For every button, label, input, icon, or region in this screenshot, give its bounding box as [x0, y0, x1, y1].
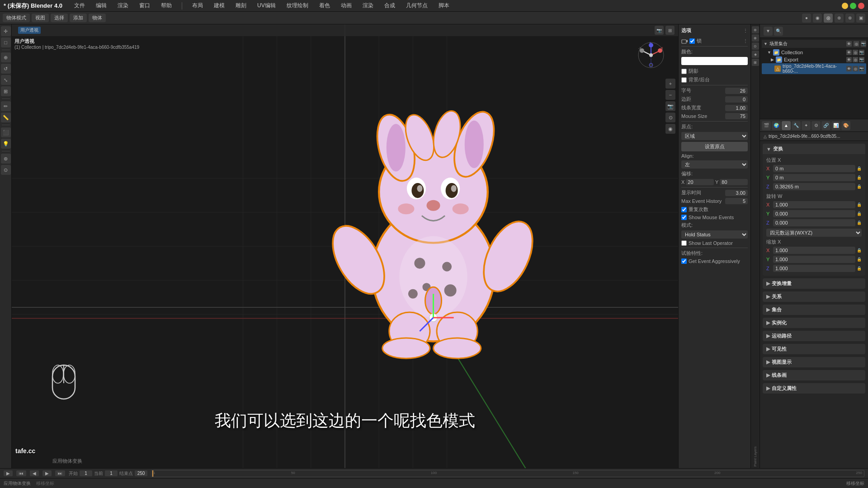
tool-add-cube[interactable]: ⬛ [1, 127, 11, 137]
props-tab-world[interactable]: 🌍 [772, 121, 781, 130]
menu-render2[interactable]: 渲染 [360, 1, 376, 10]
timeline-prev-frame[interactable]: ◀ [30, 470, 39, 476]
rot-y-lock[interactable]: 🔒 [857, 211, 862, 216]
zoom-in-button[interactable]: + [665, 79, 675, 89]
tool-unknown2[interactable]: ⊙ [1, 165, 11, 175]
rot-y-value[interactable]: 0.000 [773, 210, 855, 217]
eye-icon[interactable]: 👁 [846, 41, 852, 47]
tool-measure[interactable]: 📏 [1, 113, 11, 122]
viewport-display-header[interactable]: ▶ 视图显示 [763, 357, 865, 367]
select-menu[interactable]: 选择 [51, 14, 68, 22]
scale-z-value[interactable]: 1.000 [773, 265, 855, 272]
menu-scripting[interactable]: 脚本 [436, 1, 452, 10]
props-tab-scene[interactable]: 🎬 [762, 121, 771, 130]
background-checkbox[interactable] [681, 77, 687, 83]
outliner-collection-item[interactable]: ▼ 📁 Collection 👁 ◎ 📷 [762, 49, 866, 56]
view-all-button[interactable]: ⊙ [665, 113, 675, 122]
menu-geo-nodes[interactable]: 几何节点 [403, 1, 430, 10]
show-last-operator-checkbox[interactable] [681, 240, 687, 246]
zoom-out-button[interactable]: − [665, 90, 675, 100]
export-render-btn[interactable]: 📷 [859, 57, 864, 62]
timeline-play[interactable]: ▶ [4, 470, 13, 476]
maximize-button[interactable] [850, 3, 856, 9]
collection-section-header[interactable]: ▶ 集合 [763, 305, 865, 315]
viewport-shading-rendered[interactable]: ◎ [824, 14, 833, 23]
menu-sculpt[interactable]: 雕刻 [233, 1, 249, 10]
tool-move[interactable]: ⊕ [1, 52, 11, 62]
props-tab-data[interactable]: 📊 [831, 121, 840, 130]
timeline-next-frame[interactable]: ▶ [42, 470, 52, 476]
menu-shading[interactable]: 着色 [316, 1, 333, 10]
viewport-shading-solid[interactable]: ● [802, 14, 811, 23]
tool-unknown1[interactable]: ⊛ [1, 154, 11, 164]
add-menu[interactable]: 添加 [70, 14, 87, 22]
render-icon[interactable]: 📷 [861, 41, 866, 47]
cam-more-btn[interactable]: ⋮ [743, 38, 748, 43]
menu-layout[interactable]: 布局 [189, 1, 206, 10]
timeline-start[interactable]: ⏮ [16, 470, 26, 476]
tool-add-light[interactable]: 💡 [1, 139, 11, 149]
side-icon-2[interactable]: ⊕ [752, 34, 759, 42]
mouse-size-value[interactable]: 75 [725, 113, 748, 119]
side-icon-1[interactable]: ⊛ [752, 26, 759, 33]
props-tab-constraints[interactable]: 🔗 [821, 121, 830, 130]
export-cursor-btn[interactable]: ◎ [853, 57, 858, 62]
rotation-mode-dropdown[interactable]: 四元数运算(WXYZ) [766, 229, 862, 237]
mesh-eye-btn[interactable]: 👁 [846, 66, 852, 71]
scale-y-lock[interactable]: 🔒 [857, 257, 862, 262]
minimize-button[interactable] [842, 3, 848, 9]
scale-x-value[interactable]: 1.000 [773, 247, 855, 254]
pos-x-value[interactable]: 0 m [773, 165, 855, 172]
collapse-arrow[interactable]: ▼ [764, 42, 768, 46]
props-tab-material[interactable]: 🎨 [841, 121, 850, 130]
scale-x-lock[interactable]: 🔒 [857, 248, 862, 253]
viewport-camera-icon[interactable]: 📷 [655, 26, 664, 35]
viewport-overlay[interactable]: ⊕ [835, 14, 844, 23]
font-size-value[interactable]: 26 [725, 88, 748, 94]
scale-z-lock[interactable]: 🔒 [857, 266, 862, 271]
tool-annotate[interactable]: ✏ [1, 101, 11, 111]
outliner-mesh-item[interactable]: △ tripo_7dc2d4eb-9fe1-4aca-b660-... 👁 ◎ … [762, 63, 866, 74]
current-frame-value[interactable]: 1 [105, 470, 118, 476]
outliner-export-item[interactable]: ▶ 📁 Export 👁 ◎ 📷 [762, 56, 866, 63]
tool-scale[interactable]: ⤡ [1, 75, 11, 85]
options-more-btn[interactable]: ⋮ [743, 28, 748, 33]
line-art-header[interactable]: ▶ 线条画 [763, 370, 865, 380]
viewport-shading-material[interactable]: ◉ [813, 14, 822, 23]
props-tab-modifier[interactable]: 🔧 [792, 121, 801, 130]
menu-render[interactable]: 渲染 [115, 1, 131, 10]
timeline-end[interactable]: ⏭ [55, 470, 65, 476]
get-event-checkbox[interactable] [681, 258, 687, 264]
delta-section-header[interactable]: ▶ 变换增量 [763, 278, 865, 289]
menu-texture-paint[interactable]: 纹理绘制 [284, 1, 311, 10]
rot-z-lock[interactable]: 🔒 [857, 221, 862, 225]
props-tab-object[interactable]: ▲ [782, 121, 791, 130]
menu-help[interactable]: 帮助 [158, 1, 175, 10]
pos-z-value[interactable]: 0.38265 m [773, 183, 855, 190]
start-frame-value[interactable]: 1 [80, 470, 92, 476]
mesh-cursor-btn[interactable]: ◎ [853, 66, 858, 71]
menu-uv[interactable]: UV编辑 [255, 1, 278, 10]
max-event-history-value[interactable]: 5 [725, 198, 748, 204]
menu-edit[interactable]: 编辑 [93, 1, 109, 10]
origin-dropdown[interactable]: 区域 [681, 132, 748, 140]
viewport-gizmo[interactable]: ⊗ [845, 14, 854, 23]
filter-icon[interactable]: ▼ [764, 27, 773, 36]
border-value[interactable]: 0 [725, 96, 748, 103]
offset-y-input[interactable]: 80 [720, 179, 748, 185]
show-mouse-events-checkbox[interactable] [681, 215, 687, 220]
instancing-section-header[interactable]: ▶ 实例化 [763, 318, 865, 328]
props-tab-particles[interactable]: ✦ [802, 121, 811, 130]
pos-z-lock[interactable]: 🔒 [857, 184, 862, 189]
export-eye-btn[interactable]: 👁 [846, 57, 852, 62]
offset-x-input[interactable]: 20 [686, 179, 714, 185]
search-icon[interactable]: 🔍 [774, 27, 783, 36]
object-menu[interactable]: 物体 [89, 14, 106, 22]
side-icon-3[interactable]: ⊙ [752, 42, 759, 50]
viewport-grid-icon[interactable]: ⊞ [665, 26, 675, 35]
menu-compositing[interactable]: 合成 [382, 1, 398, 10]
view-local-button[interactable]: ◉ [665, 124, 675, 134]
collection-eye-btn[interactable]: 👁 [846, 50, 852, 55]
viewport[interactable]: 用户透视 📷 ⊞ 用户透视 (1) Collection | tripo_7dc… [12, 24, 678, 468]
navigation-gizmo[interactable]: X -X Z [637, 42, 665, 69]
